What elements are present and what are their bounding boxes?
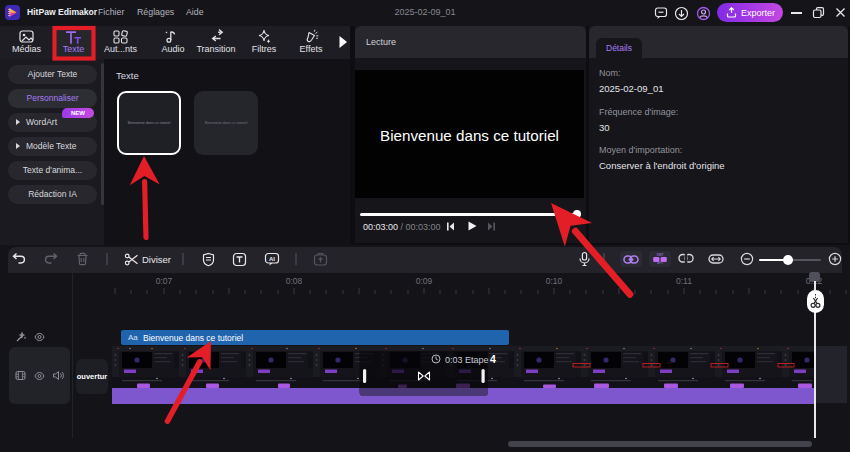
svg-text:AFx: AFx: [657, 261, 663, 265]
svg-text:0:11: 0:11: [676, 276, 692, 286]
svg-text:VMT: VMT: [656, 253, 663, 257]
svg-text:4: 4: [490, 353, 496, 365]
svg-text:0:09: 0:09: [416, 276, 433, 286]
svg-text:0:10: 0:10: [546, 276, 563, 286]
svg-text:0:03 Etape: 0:03 Etape: [445, 355, 489, 365]
svg-text:0:07: 0:07: [156, 276, 173, 286]
svg-text:AI: AI: [269, 256, 275, 262]
svg-text:0:08: 0:08: [286, 276, 303, 286]
